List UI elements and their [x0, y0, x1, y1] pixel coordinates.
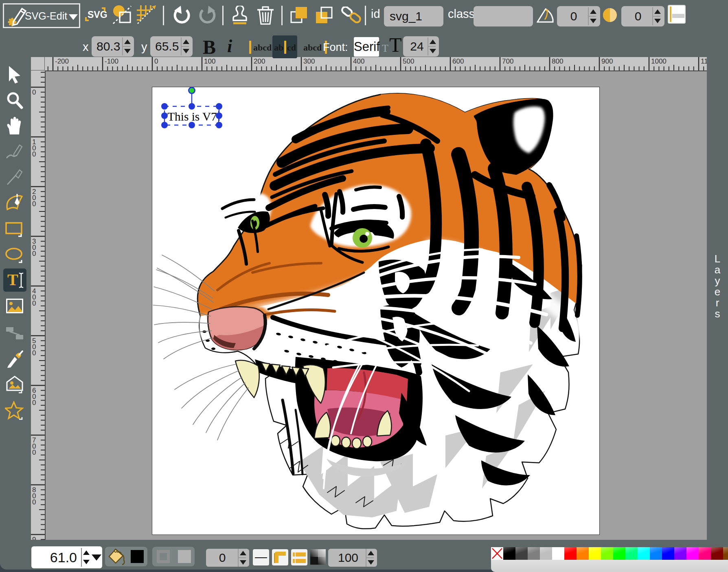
svg-text:0: 0	[32, 250, 36, 257]
svg-text:900: 900	[601, 57, 613, 65]
svg-text:300: 300	[303, 57, 315, 65]
svg-text:9: 9	[32, 536, 36, 540]
svg-text:-200: -200	[55, 57, 69, 65]
svg-text:ab: ab	[274, 42, 283, 53]
svg-text:0: 0	[32, 349, 36, 357]
svg-text:0: 0	[32, 150, 36, 158]
svg-text:-100: -100	[105, 57, 118, 65]
svg-text:0: 0	[32, 88, 36, 96]
svg-text:200: 200	[254, 57, 265, 65]
svg-text:1100: 1100	[701, 57, 707, 65]
svg-text:0: 0	[32, 200, 36, 208]
svg-text:100: 100	[204, 57, 215, 65]
svg-text:cd: cd	[287, 42, 296, 53]
svg-text:0: 0	[32, 449, 36, 456]
svg-text:This is V7: This is V7	[167, 110, 217, 123]
svg-text:700: 700	[502, 57, 513, 65]
svg-text:500: 500	[403, 57, 414, 65]
svg-text:0: 0	[154, 57, 158, 65]
svg-text:1000: 1000	[651, 57, 667, 65]
svg-text:0: 0	[32, 498, 36, 506]
svg-text:0: 0	[32, 399, 36, 407]
svg-text:800: 800	[552, 57, 563, 65]
svg-text:abcd: abcd	[303, 42, 322, 53]
svg-text:600: 600	[452, 57, 464, 65]
svg-text:0: 0	[32, 299, 36, 307]
svg-text:abcd: abcd	[253, 42, 272, 53]
svg-text:400: 400	[353, 57, 364, 65]
